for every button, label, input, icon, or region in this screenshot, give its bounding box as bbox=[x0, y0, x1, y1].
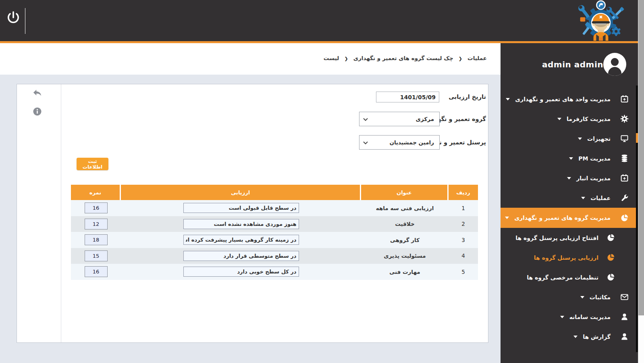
sidebar-item-group-leave-settings[interactable]: تنظیمات مرخصی گروه ها bbox=[501, 267, 638, 287]
panel-divider bbox=[61, 84, 61, 342]
chevron-down-icon bbox=[557, 118, 561, 120]
column-header-title: عنوان bbox=[361, 185, 449, 200]
chevron-down-icon bbox=[506, 98, 510, 100]
database-icon bbox=[620, 154, 629, 163]
sidebar-item-label: مدیریت واحد های تعمیر و نگهداری bbox=[515, 96, 611, 102]
sidebar-item-reports[interactable]: گزارش ها bbox=[501, 327, 638, 346]
sidebar-item-label: مدیریت کارفرما bbox=[567, 116, 611, 122]
app-window: admin admin مدیریت واحد های تعمیر و نگهد… bbox=[0, 0, 644, 363]
table-row: 3 کار گروهی bbox=[71, 232, 478, 248]
back-arrow-icon bbox=[32, 94, 43, 100]
score-input[interactable] bbox=[85, 266, 108, 277]
column-header-row-number: ردیف bbox=[449, 185, 478, 200]
breadcrumb-maintenance-groups-checklist[interactable]: چک لیست گروه های تعمیر و نگهداری bbox=[353, 55, 453, 61]
sidebar-item-maintenance-groups[interactable]: مدیریت گروه های تعمیر و نگهداری bbox=[501, 208, 638, 228]
row-number: 2 bbox=[449, 221, 478, 227]
user-name: admin admin bbox=[542, 60, 603, 69]
sidebar-item-operations[interactable]: عملیات bbox=[501, 188, 638, 208]
row-title: خلاقیت bbox=[361, 221, 449, 227]
gear-icon bbox=[620, 115, 629, 123]
evaluation-text-input[interactable] bbox=[183, 203, 299, 213]
sidebar-menu: مدیریت واحد های تعمیر و نگهداری مدیریت ک… bbox=[501, 89, 638, 346]
evaluation-text-input[interactable] bbox=[183, 219, 299, 229]
chevron-down-icon bbox=[573, 336, 578, 338]
breadcrumb-bar: عملیات ❮ چک لیست گروه های تعمیر و نگهدار… bbox=[0, 43, 501, 75]
page-scrollbar[interactable] bbox=[638, 0, 644, 363]
calendar-plus-icon bbox=[620, 95, 629, 103]
power-icon bbox=[6, 20, 20, 26]
main-panel: تاریخ ارزیابی گروه تعمیر و نگهداری مرکزی… bbox=[17, 84, 488, 343]
sidebar-item-label: مدیریت سامانه bbox=[569, 314, 611, 320]
score-input[interactable] bbox=[85, 250, 108, 261]
chevron-down-icon bbox=[560, 316, 564, 318]
content-area: تاریخ ارزیابی گروه تعمیر و نگهداری مرکزی… bbox=[0, 75, 501, 363]
back-button[interactable] bbox=[32, 88, 43, 99]
breadcrumb: عملیات ❮ چک لیست گروه های تعمیر و نگهدار… bbox=[324, 55, 487, 61]
chevron-down-icon bbox=[505, 217, 509, 219]
evaluation-text-input[interactable] bbox=[183, 251, 299, 261]
power-button[interactable] bbox=[6, 11, 20, 25]
row-title: مهارت فنی bbox=[361, 269, 449, 275]
sidebar-item-pm-management[interactable]: مدیریت PM bbox=[501, 148, 638, 168]
chevron-left-icon: ❮ bbox=[459, 56, 462, 61]
score-input[interactable] bbox=[85, 202, 108, 213]
sidebar-item-label: گزارش ها bbox=[583, 334, 611, 340]
chevron-down-icon bbox=[363, 116, 368, 122]
sidebar-item-label: افتتاح ارزیابی پرسنل گروه ها bbox=[515, 235, 598, 241]
evaluation-table: ردیف عنوان ارزیابی نمره 1 ارزیابی فنی سه… bbox=[71, 185, 478, 280]
sidebar-item-label: مدیریت گروه های تعمیر و نگهداری bbox=[514, 215, 611, 221]
user-profile[interactable]: admin admin bbox=[536, 53, 626, 76]
sidebar-item-warehouse-management[interactable]: مدیریت انبار bbox=[501, 168, 638, 188]
row-title: کار گروهی bbox=[361, 237, 449, 243]
column-header-score: نمره bbox=[71, 185, 121, 200]
row-number: 3 bbox=[449, 237, 478, 243]
pie-chart-icon bbox=[620, 214, 629, 222]
pie-chart-icon bbox=[607, 273, 615, 282]
envelope-icon bbox=[620, 293, 629, 301]
row-number: 4 bbox=[449, 252, 478, 259]
info-button[interactable] bbox=[33, 107, 42, 116]
maintenance-personnel-select[interactable]: رامین جمشیدیان bbox=[359, 135, 440, 150]
table-row: 5 مهارت فنی bbox=[71, 264, 478, 280]
evaluation-text-input[interactable] bbox=[183, 235, 299, 245]
sidebar-item-label: مدیریت PM bbox=[578, 155, 611, 162]
page-scrollbar-thumb[interactable] bbox=[638, 0, 644, 315]
score-input[interactable] bbox=[85, 219, 108, 229]
monitor-icon bbox=[620, 134, 629, 143]
score-input[interactable] bbox=[85, 234, 108, 245]
chevron-down-icon bbox=[580, 296, 584, 298]
calendar-plus-icon bbox=[620, 174, 629, 182]
wrench-icon bbox=[620, 194, 629, 202]
sidebar-item-correspondence[interactable]: مکاتبات bbox=[501, 287, 638, 307]
pie-chart-icon bbox=[607, 234, 615, 242]
sidebar-item-open-group-personnel-evaluation[interactable]: افتتاح ارزیابی پرسنل گروه ها bbox=[501, 228, 638, 248]
sidebar-item-maintenance-units[interactable]: مدیریت واحد های تعمیر و نگهداری bbox=[501, 89, 638, 109]
sidebar-item-system-management[interactable]: مدیریت سامانه bbox=[501, 307, 638, 327]
user-icon bbox=[620, 313, 629, 321]
row-number: 5 bbox=[449, 269, 478, 275]
logo-maintenance-worker bbox=[575, 0, 626, 41]
sidebar-item-equipment[interactable]: تجهیزات bbox=[501, 129, 638, 148]
chevron-left-icon: ❮ bbox=[344, 56, 348, 61]
chevron-down-icon bbox=[363, 139, 368, 146]
user-icon bbox=[620, 332, 629, 341]
table-row: 2 خلاقیت bbox=[71, 216, 478, 232]
row-number: 1 bbox=[449, 205, 478, 211]
table-body: 1 ارزیابی فنی سه ماهه 2 خلاقیت 3 کار گرو… bbox=[71, 200, 478, 280]
column-header-evaluation: ارزیابی bbox=[121, 185, 361, 200]
submit-button[interactable]: ثبت اطلاعات bbox=[77, 158, 108, 170]
topbar-divider bbox=[25, 8, 25, 34]
evaluation-text-input[interactable] bbox=[183, 267, 299, 277]
sidebar-item-label: ارزیابی پرسنل گروه ها bbox=[534, 255, 598, 261]
evaluation-date-input[interactable] bbox=[376, 92, 439, 102]
pie-chart-icon bbox=[607, 253, 615, 262]
chevron-down-icon bbox=[569, 157, 573, 160]
sidebar-item-label: عملیات bbox=[590, 195, 611, 201]
sidebar-item-group-personnel-evaluation[interactable]: ارزیابی پرسنل گروه ها bbox=[501, 248, 638, 267]
maintenance-personnel-selected-value: رامین جمشیدیان bbox=[389, 139, 434, 146]
maintenance-group-select[interactable]: مرکزی bbox=[359, 112, 440, 126]
row-title: ارزیابی فنی سه ماهه bbox=[361, 205, 449, 211]
sidebar-item-employer-management[interactable]: مدیریت کارفرما bbox=[501, 109, 638, 129]
breadcrumb-operations[interactable]: عملیات bbox=[467, 55, 487, 61]
avatar bbox=[603, 53, 626, 76]
